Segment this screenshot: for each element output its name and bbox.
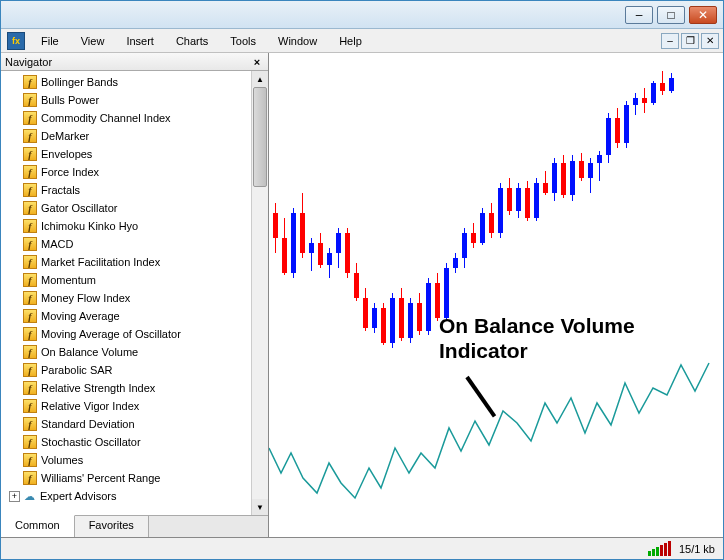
indicator-label: Envelopes xyxy=(41,148,92,160)
function-icon: f xyxy=(23,345,37,359)
indicator-item[interactable]: fStochastic Oscillator xyxy=(21,433,251,451)
indicator-item[interactable]: fVolumes xyxy=(21,451,251,469)
scroll-up-icon[interactable]: ▲ xyxy=(252,71,268,87)
candle-body xyxy=(606,118,611,155)
indicator-item[interactable]: fIchimoku Kinko Hyo xyxy=(21,217,251,235)
menu-file[interactable]: File xyxy=(31,32,69,50)
menu-view[interactable]: View xyxy=(71,32,115,50)
indicator-item[interactable]: fMoving Average of Oscillator xyxy=(21,325,251,343)
function-icon: f xyxy=(23,219,37,233)
candle-body xyxy=(534,183,539,218)
candle-body xyxy=(651,83,656,103)
indicator-item[interactable]: fWilliams' Percent Range xyxy=(21,469,251,487)
annotation-text: On Balance Volume Indicator xyxy=(439,313,635,363)
expand-icon[interactable]: + xyxy=(9,491,20,502)
indicator-item[interactable]: fMoney Flow Index xyxy=(21,289,251,307)
candle-body xyxy=(327,253,332,265)
indicator-item[interactable]: fStandard Deviation xyxy=(21,415,251,433)
indicator-label: Volumes xyxy=(41,454,83,466)
status-bar: 15/1 kb xyxy=(1,537,723,559)
indicator-label: MACD xyxy=(41,238,73,250)
indicator-item[interactable]: fMomentum xyxy=(21,271,251,289)
function-icon: f xyxy=(23,291,37,305)
indicator-item[interactable]: fOn Balance Volume xyxy=(21,343,251,361)
function-icon: f xyxy=(23,363,37,377)
menu-insert[interactable]: Insert xyxy=(116,32,164,50)
candle-body xyxy=(579,161,584,178)
indicator-label: Standard Deviation xyxy=(41,418,135,430)
indicator-item[interactable]: fDeMarker xyxy=(21,127,251,145)
candle-body xyxy=(516,188,521,211)
menu-window[interactable]: Window xyxy=(268,32,327,50)
indicator-item[interactable]: fParabolic SAR xyxy=(21,361,251,379)
candle-body xyxy=(561,163,566,195)
candle-body xyxy=(408,303,413,338)
annotation-arrow xyxy=(465,376,496,418)
indicator-item[interactable]: fRelative Vigor Index xyxy=(21,397,251,415)
function-icon: f xyxy=(23,453,37,467)
indicator-label: On Balance Volume xyxy=(41,346,138,358)
indicator-label: Relative Vigor Index xyxy=(41,400,139,412)
function-icon: f xyxy=(23,273,37,287)
maximize-button[interactable]: □ xyxy=(657,6,685,24)
indicator-label: Moving Average of Oscillator xyxy=(41,328,181,340)
scroll-thumb[interactable] xyxy=(253,87,267,187)
chart-area[interactable]: On Balance Volume Indicator xyxy=(269,53,723,537)
menu-tools[interactable]: Tools xyxy=(220,32,266,50)
candle-body xyxy=(633,98,638,105)
indicator-item[interactable]: fEnvelopes xyxy=(21,145,251,163)
candle-body xyxy=(399,298,404,338)
candle-body xyxy=(336,233,341,253)
candle-body xyxy=(453,258,458,268)
tab-common[interactable]: Common xyxy=(1,515,75,537)
indicator-item[interactable]: fRelative Strength Index xyxy=(21,379,251,397)
indicator-label: Relative Strength Index xyxy=(41,382,155,394)
navigator-close-icon[interactable]: × xyxy=(250,55,264,69)
candle-body xyxy=(273,213,278,238)
connection-bars-icon xyxy=(648,541,671,556)
menu-charts[interactable]: Charts xyxy=(166,32,218,50)
menu-help[interactable]: Help xyxy=(329,32,372,50)
candle-body xyxy=(426,283,431,331)
candle-body xyxy=(471,233,476,243)
scroll-down-icon[interactable]: ▼ xyxy=(252,499,268,515)
candle-body xyxy=(570,161,575,195)
candle-body xyxy=(300,213,305,253)
minimize-button[interactable]: – xyxy=(625,6,653,24)
indicator-item[interactable]: fFractals xyxy=(21,181,251,199)
indicator-label: Parabolic SAR xyxy=(41,364,113,376)
candle-body xyxy=(498,188,503,233)
function-icon: f xyxy=(23,75,37,89)
mdi-minimize-icon[interactable]: – xyxy=(661,33,679,49)
indicator-label: Force Index xyxy=(41,166,99,178)
indicator-item[interactable]: fGator Oscillator xyxy=(21,199,251,217)
function-icon: f xyxy=(23,399,37,413)
indicator-item[interactable]: fBollinger Bands xyxy=(21,73,251,91)
function-icon: f xyxy=(23,147,37,161)
candle-body xyxy=(390,298,395,343)
expert-advisors-icon: ☁ xyxy=(22,489,36,503)
candle-body xyxy=(345,233,350,273)
candle-body xyxy=(552,163,557,193)
indicator-item[interactable]: fCommodity Channel Index xyxy=(21,109,251,127)
tab-favorites[interactable]: Favorites xyxy=(75,516,149,537)
app-icon: fx xyxy=(7,32,25,50)
scrollbar[interactable]: ▲ ▼ xyxy=(251,71,268,515)
indicator-item[interactable]: fMACD xyxy=(21,235,251,253)
candle-body xyxy=(660,83,665,91)
mdi-restore-icon[interactable]: ❐ xyxy=(681,33,699,49)
indicator-item[interactable]: fForce Index xyxy=(21,163,251,181)
indicator-label: Money Flow Index xyxy=(41,292,130,304)
indicator-item[interactable]: fMarket Facilitation Index xyxy=(21,253,251,271)
mdi-close-icon[interactable]: ✕ xyxy=(701,33,719,49)
navigator-tree: fBollinger BandsfBulls PowerfCommodity C… xyxy=(1,71,268,515)
expert-advisors-item[interactable]: +☁Expert Advisors xyxy=(21,487,251,505)
indicator-item[interactable]: fBulls Power xyxy=(21,91,251,109)
indicator-label: Momentum xyxy=(41,274,96,286)
function-icon: f xyxy=(23,417,37,431)
candle-body xyxy=(624,105,629,143)
indicator-label: DeMarker xyxy=(41,130,89,142)
indicator-item[interactable]: fMoving Average xyxy=(21,307,251,325)
candle-body xyxy=(354,273,359,298)
close-button[interactable]: ✕ xyxy=(689,6,717,24)
